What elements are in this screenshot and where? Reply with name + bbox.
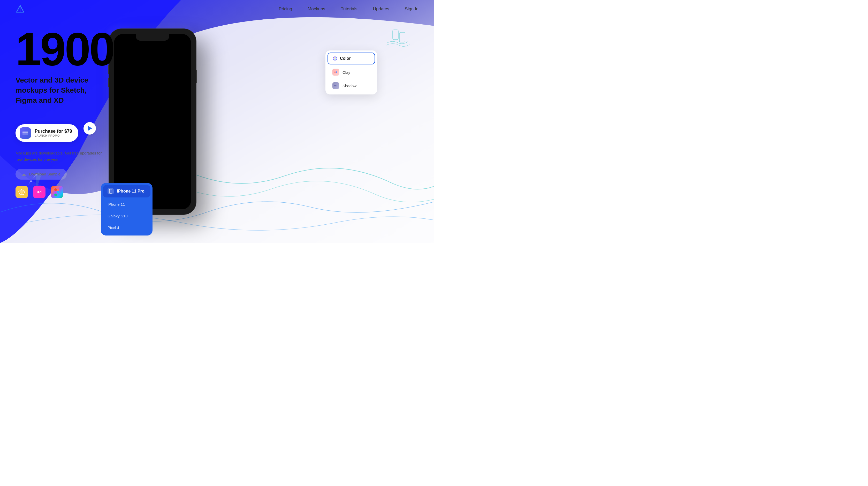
purchase-main-label: Purchase for $79: [35, 128, 72, 134]
svg-rect-22: [399, 32, 405, 42]
hero-description: Mockups are downloadable. Get free upgra…: [16, 150, 103, 163]
purchase-sub-label: LAUNCH PROMO: [35, 134, 60, 137]
svg-point-17: [334, 72, 336, 73]
device-option-iphone11[interactable]: iPhone 11: [103, 199, 150, 210]
play-icon: [88, 126, 92, 131]
logo[interactable]: [16, 4, 25, 14]
nav-links: Pricing Mockups Tutorials Updates Sign I…: [279, 6, 418, 12]
clay-label: Clay: [342, 70, 350, 75]
purchase-button[interactable]: Purchase for $79 LAUNCH PROMO: [16, 124, 78, 142]
svg-rect-8: [57, 189, 59, 191]
shadow-label: Shadow: [342, 84, 356, 88]
svg-point-18: [336, 72, 337, 73]
navbar: Pricing Mockups Tutorials Updates Sign I…: [0, 0, 434, 18]
color-option-shadow[interactable]: Shadow: [328, 79, 375, 92]
nav-item-mockups[interactable]: Mockups: [308, 6, 325, 12]
svg-point-15: [335, 57, 336, 58]
svg-rect-4: [22, 175, 26, 176]
phone-notch: [136, 33, 169, 40]
color-selector: Color Clay Shadow: [326, 51, 377, 94]
svg-point-10: [57, 191, 59, 194]
clay-swatch: [332, 68, 339, 76]
sketch-logo: [16, 186, 28, 198]
download-sample-button[interactable]: Download Sample: [16, 169, 67, 180]
nav-item-signin[interactable]: Sign In: [405, 6, 418, 12]
svg-rect-7: [54, 189, 57, 191]
figma-logo: [51, 186, 63, 198]
xd-logo: Xd: [33, 186, 45, 198]
shadow-swatch: [332, 82, 339, 89]
svg-point-16: [335, 59, 336, 60]
color-option-clay[interactable]: Clay: [328, 65, 375, 79]
nav-item-tutorials[interactable]: Tutorials: [341, 6, 358, 12]
svg-rect-11: [54, 194, 57, 196]
purchase-button-icon: [20, 127, 31, 139]
purchase-play-row: Purchase for $79 LAUNCH PROMO: [16, 115, 114, 142]
nav-link-mockups[interactable]: Mockups: [308, 6, 325, 11]
phone-area: iPhone 11 Pro iPhone 11 Galaxy S10 Pixel…: [108, 21, 289, 228]
download-icon: [22, 172, 26, 176]
purchase-button-text: Purchase for $79 LAUNCH PROMO: [35, 128, 72, 137]
device-selected-label: iPhone 11 Pro: [117, 189, 145, 194]
hero-number: 1900: [16, 26, 114, 73]
nav-link-tutorials[interactable]: Tutorials: [341, 6, 358, 11]
deco-phone-outline: [385, 28, 411, 50]
hero-tagline: Vector and 3D device mockups for Sketch,…: [16, 75, 106, 106]
nav-item-pricing[interactable]: Pricing: [279, 6, 292, 12]
download-sample-label: Download Sample: [29, 172, 61, 176]
color-button[interactable]: Color: [328, 53, 375, 64]
hero-content: 1900 Vector and 3D device mockups for Sk…: [16, 26, 114, 198]
nav-link-pricing[interactable]: Pricing: [279, 6, 292, 11]
svg-point-20: [336, 85, 337, 86]
color-palette-icon: [333, 56, 337, 61]
color-selector-title: Color: [340, 56, 351, 61]
play-button[interactable]: [84, 122, 96, 135]
svg-point-14: [334, 57, 335, 58]
device-option-galaxys10[interactable]: Galaxy S10: [103, 210, 150, 222]
svg-point-19: [334, 85, 336, 86]
tool-logos: Xd: [16, 186, 114, 198]
logo-icon: [16, 4, 25, 14]
nav-link-updates[interactable]: Updates: [373, 6, 389, 11]
svg-rect-3: [23, 132, 28, 133]
nav-link-signin[interactable]: Sign In: [405, 6, 418, 11]
svg-rect-21: [393, 30, 398, 39]
device-option-pixel4[interactable]: Pixel 4: [103, 222, 150, 233]
nav-item-updates[interactable]: Updates: [373, 6, 389, 12]
svg-rect-9: [54, 191, 57, 194]
phone-side-button: [196, 70, 197, 83]
